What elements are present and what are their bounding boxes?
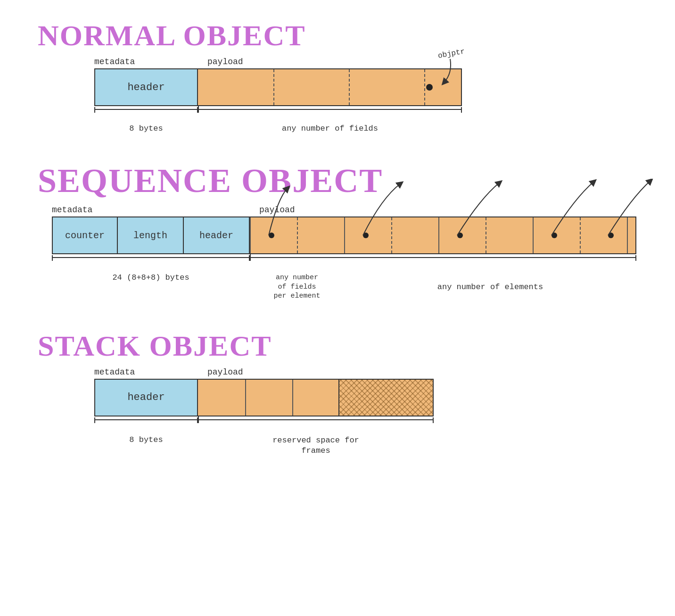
stack-reserved-label: reserved space forframes [198, 435, 434, 456]
stack-header-box: header [94, 379, 198, 416]
stack-object-section: STACK OBJECT metadata payload header [38, 329, 637, 456]
normal-bytes-label: 8 bytes [94, 124, 198, 133]
normal-header-label: header [127, 82, 165, 93]
seq-length-box: length [118, 216, 184, 254]
stack-bytes-label: 8 bytes [94, 435, 198, 456]
seq-counter-box: counter [52, 216, 118, 254]
normal-object-title: NORMAL OBJECT [38, 19, 637, 52]
seq-bytes-label: 24 (8+8+8) bytes [52, 273, 250, 301]
seq-length-label: length [133, 230, 167, 241]
normal-metadata-label: metadata [94, 57, 198, 67]
seq-fields-per-label: any numberof fieldsper element [250, 273, 344, 301]
seq-payload-box [250, 216, 636, 254]
normal-fields-label: any number of fields [198, 124, 462, 133]
seq-counter-label: counter [65, 230, 105, 241]
stack-header-label: header [127, 391, 165, 403]
seq-payload-label: payload [259, 205, 295, 215]
normal-header-box: header [94, 68, 198, 106]
objptr-arrow: objptr [424, 50, 490, 106]
svg-text:objptr: objptr [437, 50, 466, 60]
stack-reserved-box [339, 379, 434, 416]
normal-payload-box [198, 68, 462, 106]
sequence-object-section: SEQUENCE OBJECT metadata payload counter… [38, 161, 637, 301]
seq-header-label: header [199, 230, 233, 241]
stack-payload-box [198, 379, 339, 416]
seq-elements-label: any number of elements [344, 273, 636, 301]
sequence-object-title: SEQUENCE OBJECT [38, 161, 637, 200]
normal-object-section: NORMAL OBJECT metadata payload header [38, 19, 637, 133]
stack-payload-label: payload [207, 367, 243, 377]
seq-metadata-label: metadata [52, 205, 250, 215]
seq-header-box: header [184, 216, 250, 254]
stack-metadata-label: metadata [94, 367, 198, 377]
stack-object-title: STACK OBJECT [38, 329, 637, 363]
normal-payload-label: payload [207, 57, 243, 67]
